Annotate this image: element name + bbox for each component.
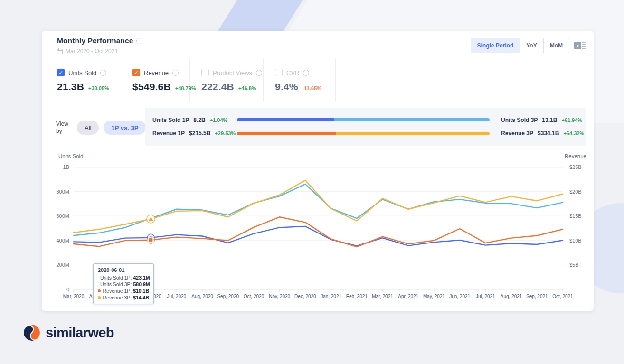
metric-card-product-views[interactable]: Product Views222.4B+46.8% [190,59,264,102]
metric-value: 9.4% [275,81,298,93]
svg-text:x: x [577,43,579,48]
view-by-pill-all[interactable]: All [77,121,99,135]
metrics-row: ✓Units Sold21.3B+33.05%✓Revenue$549.6B+4… [42,59,594,102]
monthly-performance-widget: Monthly Performance Mar 2020 - Oct 2021 … [42,31,594,311]
info-icon[interactable] [100,70,106,76]
x-axis-label: Feb, 2021 [346,294,368,299]
split-left-value: 8.2B [193,117,205,123]
split-bar-left-segment [237,132,336,135]
right-axis-tick: $10B [569,238,582,243]
calendar-icon [57,48,63,54]
tooltip-series-text: Revenue 3P: $14.4B [103,294,150,301]
performance-chart[interactable]: Units SoldRevenue1B$25B800M$20B600M$15B4… [42,149,594,308]
split-right-value: 13.1B [542,117,557,123]
left-axis-title: Units Sold [58,153,83,159]
1p-vs-3p-panel: Units Sold 1P8.2B+1.04%Units Sold 3P13.1… [145,108,586,146]
x-axis-label: Oct, 2021 [552,294,573,299]
metric-value: 222.4B [201,81,234,93]
split-right-label: Units Sold 3P [501,117,538,123]
x-axis-label: Jan, 2021 [321,294,341,299]
x-axis-label: Sep, 2020 [217,294,239,299]
left-axis-tick: 200M [56,262,69,268]
metric-card-cvr[interactable]: CVR9.4%-11.65% [264,59,336,102]
tooltip-series-text: Units Sold 1P: 423.1M [100,274,150,281]
period-tab-group: Single PeriodYoYMoM [471,38,569,53]
metric-label: Units Sold [68,69,96,76]
similarweb-logo: similarweb [23,324,114,342]
page-title: Monthly Performance [57,37,133,45]
metric-card-units-sold[interactable]: ✓Units Sold21.3B+33.05% [42,59,121,102]
x-axis-label: May, 2021 [423,294,445,299]
split-bar [237,118,490,121]
x-axis-label: Jul, 2021 [476,294,495,299]
tab-mom[interactable]: MoM [543,38,569,53]
similarweb-logo-mark [23,324,41,342]
left-axis-tick: 400M [56,238,69,243]
split-bar [237,132,490,135]
info-icon[interactable] [303,70,309,76]
x-axis-label: Nov, 2020 [269,294,290,299]
split-right-label: Revenue 3P [501,130,533,137]
view-by-section: View by All1P vs. 3P Units Sold 1P8.2B+1… [42,103,594,151]
split-left-label: Revenue 1P [152,130,185,137]
metric-label: Revenue [144,69,169,76]
metric-label: Product Views [213,69,252,76]
info-icon[interactable] [256,70,262,76]
x-axis-label: Mar, 2021 [372,294,393,299]
series-line-revenue-3p[interactable] [74,180,563,233]
series-line-units-sold-1p[interactable] [74,226,563,246]
tooltip-row-units-sold-3p: Units Sold 3P: 580.9M [98,281,149,288]
x-axis-label: Jul, 2020 [167,294,187,299]
split-bar-left-segment [237,118,334,121]
checkbox-cvr[interactable] [275,69,283,76]
tooltip-row-revenue-1p: Revenue 1P: $10.1B [98,288,149,294]
metric-value: $549.6B [132,81,171,93]
metric-label: CVR [286,69,299,76]
widget-header: Monthly Performance Mar 2020 - Oct 2021 … [42,31,594,59]
tab-yoy[interactable]: YoY [520,38,543,53]
x-axis-label: Dec, 2020 [294,294,316,299]
split-left-value: $215.5B [189,130,210,137]
right-axis-tick: $25B [569,164,582,170]
metric-change: +33.05% [88,85,109,91]
info-icon[interactable] [172,70,179,76]
split-bar-row-revenue-1p: Revenue 1P$215.5B+29.53%Revenue 3P$334.1… [152,130,578,137]
right-axis-tick: $20B [569,189,582,195]
left-axis-tick: 800M [56,189,69,195]
split-right-change: +61.94% [561,117,582,123]
split-right-change: +64.32% [563,131,584,136]
tab-single-period[interactable]: Single Period [471,38,520,53]
hover-marker-square-icon [149,238,153,242]
date-range: Mar 2020 - Oct 2021 [66,48,118,55]
metric-card-revenue[interactable]: ✓Revenue$549.6B+48.79% [121,59,190,102]
split-left-change: +29.53% [215,131,236,136]
x-axis-label: Aug, 2020 [191,294,213,299]
checkbox-product-views[interactable] [201,69,209,76]
x-axis-label: Mar, 2020 [63,294,85,299]
metric-change: -11.65% [303,85,321,91]
left-axis-tick: 1B [63,164,69,170]
split-left-label: Units Sold 1P [152,117,189,123]
x-axis-label: Oct, 2020 [244,294,265,299]
tooltip-series-text: Revenue 1P: $10.1B [103,288,150,294]
view-by-label: View by [56,121,71,135]
split-right-value: $334.1B [538,130,559,137]
x-axis-label: Sep, 2021 [526,294,548,299]
right-axis-tick: $5B [569,262,579,268]
export-excel-button[interactable]: x [574,41,587,50]
x-axis-label: Jun, 2021 [449,294,470,299]
info-icon[interactable] [136,38,142,44]
left-axis-tick: 600M [56,213,69,219]
tooltip-series-dot [98,296,101,299]
tooltip-series-dot [98,289,101,292]
series-line-revenue-1p[interactable] [74,217,563,247]
split-bar-row-units-sold-1p: Units Sold 1P8.2B+1.04%Units Sold 3P13.1… [152,117,578,123]
view-by-pill-1p-vs-3p[interactable]: 1P vs. 3P [104,121,146,135]
checkbox-revenue[interactable]: ✓ [132,69,140,76]
metric-change: +46.8% [238,85,256,91]
x-axis-label: Apr, 2021 [398,294,418,299]
tooltip-date: 2020-06-01 [98,267,149,273]
checkbox-units-sold[interactable]: ✓ [57,69,65,76]
tooltip-row-revenue-3p: Revenue 3P: $14.4B [98,294,149,301]
series-line-units-sold-3p[interactable] [74,184,563,235]
